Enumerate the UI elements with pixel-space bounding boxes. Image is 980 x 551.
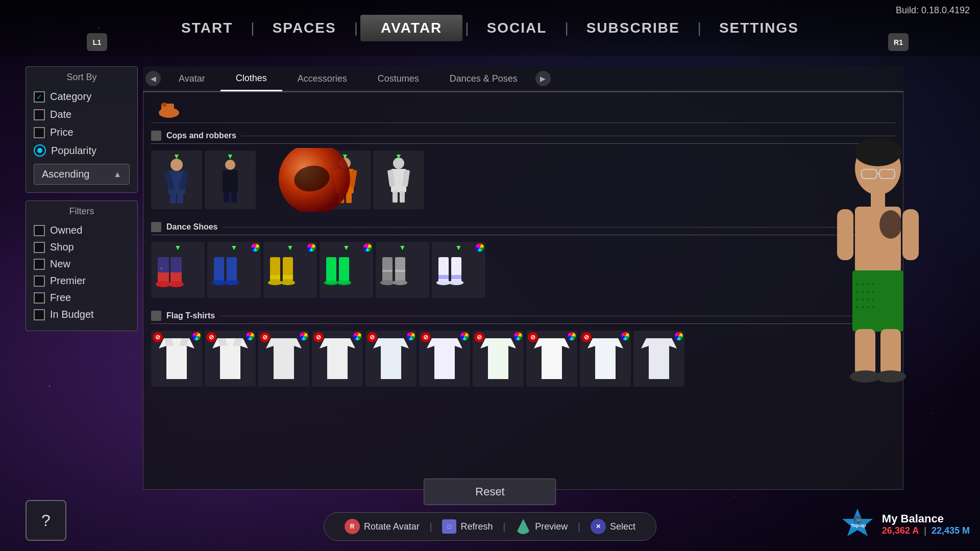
shoe-download-1: ▼ <box>175 243 182 252</box>
filter-in-budget-checkbox[interactable] <box>34 309 45 320</box>
nav-item-settings[interactable]: SETTINGS <box>704 16 814 40</box>
shoe-download-3: ▼ <box>287 243 294 252</box>
tab-avatar[interactable]: Avatar <box>163 67 220 91</box>
nav-item-avatar[interactable]: AVATAR <box>360 15 462 41</box>
shoe-download-6: ▼ <box>455 243 462 252</box>
no-entry-8: ⊘ <box>528 332 538 342</box>
svg-point-3 <box>170 159 183 171</box>
item-cop-1[interactable]: ▼ <box>151 151 202 209</box>
svg-marker-63 <box>212 338 248 379</box>
sort-option-price[interactable]: Price <box>34 123 130 141</box>
l1-button[interactable]: L1 <box>87 33 107 51</box>
balance-amounts: 26,362 A | 22,435 M <box>882 525 970 536</box>
tshirt-item-10[interactable] <box>633 331 684 387</box>
reset-button[interactable]: Reset <box>424 479 556 505</box>
svg-rect-56 <box>438 275 449 279</box>
tshirt-item-7[interactable]: ⊘ <box>473 331 524 387</box>
tab-clothes[interactable]: Clothes <box>220 67 282 91</box>
sort-option-popularity[interactable]: Popularity <box>34 141 130 160</box>
tshirt-item-9[interactable]: ⊘ <box>580 331 631 387</box>
sort-date-checkbox[interactable] <box>34 109 45 120</box>
nav-item-start[interactable]: START <box>166 16 248 40</box>
tshirt-palette-6 <box>460 332 469 340</box>
select-label: Select <box>610 521 635 532</box>
tab-accessories[interactable]: Accessories <box>282 67 362 91</box>
nav-item-spaces[interactable]: SPACES <box>257 16 352 40</box>
tab-costumes[interactable]: Costumes <box>362 67 434 91</box>
filter-premier-checkbox[interactable] <box>34 276 45 287</box>
download-arrow-icon-2: ▼ <box>227 152 234 160</box>
refresh-label: Refresh <box>460 521 493 532</box>
svg-marker-60 <box>159 338 194 379</box>
filter-in-budget[interactable]: In Budget <box>34 306 130 323</box>
sort-by-panel: Sort By Category Date Price Popularity A… <box>26 66 138 193</box>
shoe-item-5[interactable]: ▼ <box>376 242 429 298</box>
nav-item-subscribe[interactable]: SUBSCRIBE <box>571 16 695 40</box>
tab-scroll-right[interactable]: ▶ <box>535 71 551 86</box>
tab-scroll-left[interactable]: ◀ <box>145 71 161 86</box>
category-cops-icon <box>151 131 161 141</box>
shoe-item-1[interactable]: ▼ ★ <box>151 242 205 298</box>
tshirt-palette-10 <box>675 332 683 340</box>
filter-premier[interactable]: Premier <box>34 272 130 289</box>
filter-new-label: New <box>50 258 70 270</box>
tshirt-item-2[interactable]: ⊘ <box>205 331 256 387</box>
sort-option-category[interactable]: Category <box>34 88 130 106</box>
filter-new[interactable]: New <box>34 256 130 272</box>
bottom-action-bar: R Rotate Avatar | □ Refresh | Preview | … <box>324 512 656 541</box>
filter-shop-label: Shop <box>50 241 74 253</box>
filter-in-budget-label: In Budget <box>50 309 94 320</box>
r-button-icon: R <box>345 519 360 534</box>
nav-item-social[interactable]: SOCIAL <box>472 16 562 40</box>
balance-info: My Balance 26,362 A | 22,435 M <box>882 512 970 536</box>
filter-free-checkbox[interactable] <box>34 292 45 304</box>
tshirt-item-1[interactable]: ⊘ <box>151 331 202 387</box>
svg-marker-72 <box>587 338 623 379</box>
filter-owned-checkbox[interactable] <box>34 225 45 236</box>
item-cop-2[interactable]: ▼ <box>205 151 256 209</box>
svg-rect-38 <box>270 275 280 279</box>
filters-title: Filters <box>34 206 130 217</box>
square-button-icon: □ <box>442 519 456 534</box>
tshirt-item-3[interactable]: ⊘ <box>258 331 309 387</box>
sort-popularity-label: Popularity <box>51 145 96 157</box>
no-entry-5: ⊘ <box>367 332 377 342</box>
filter-owned[interactable]: Owned <box>34 222 130 239</box>
filter-free[interactable]: Free <box>34 289 130 306</box>
filter-shop-checkbox[interactable] <box>34 242 45 253</box>
sort-price-label: Price <box>50 127 74 138</box>
shoe-item-3[interactable]: ▼ <box>263 242 317 298</box>
shoe-download-2: ▼ <box>231 243 238 252</box>
filter-new-checkbox[interactable] <box>34 259 45 270</box>
left-panel: Sort By Category Date Price Popularity A… <box>26 66 138 331</box>
tshirt-item-4[interactable]: ⊘ <box>312 331 363 387</box>
category-tshirts-name: Flag T-shirts <box>166 311 215 320</box>
no-entry-6: ⊘ <box>421 332 431 342</box>
topup-badge-icon: Top-up 🎮 <box>841 508 874 541</box>
tshirt-item-5[interactable]: ⊘ <box>365 331 416 387</box>
sort-category-checkbox[interactable] <box>34 91 45 103</box>
nav-separator-2: | <box>352 20 360 36</box>
filter-shop[interactable]: Shop <box>34 239 130 256</box>
shoe-item-2[interactable]: ▼ <box>207 242 261 298</box>
tshirt-palette-4 <box>353 332 361 340</box>
separator-3: | <box>578 521 580 532</box>
tshirt-palette-8 <box>568 332 576 340</box>
svg-point-33 <box>212 280 226 285</box>
svg-point-35 <box>225 280 239 285</box>
tab-dances-poses[interactable]: Dances & Poses <box>434 67 533 91</box>
item-cop-4[interactable]: ▼ <box>373 151 424 209</box>
sort-price-checkbox[interactable] <box>34 127 45 138</box>
shoe-item-6[interactable]: ▼ <box>432 242 485 298</box>
tshirt-item-8[interactable]: ⊘ <box>526 331 577 387</box>
filter-free-label: Free <box>50 292 71 304</box>
r1-button[interactable]: R1 <box>888 33 909 51</box>
shoe-item-4[interactable]: ▼ <box>320 242 373 298</box>
no-entry-1: ⊘ <box>153 332 163 342</box>
help-button[interactable]: ? <box>26 500 66 541</box>
color-palette-6 <box>476 243 484 252</box>
ascending-button[interactable]: Ascending ▲ <box>34 164 130 185</box>
tshirt-item-6[interactable]: ⊘ <box>419 331 470 387</box>
svg-text:★ ★ ★ ★: ★ ★ ★ ★ <box>855 297 875 302</box>
sort-option-date[interactable]: Date <box>34 106 130 123</box>
